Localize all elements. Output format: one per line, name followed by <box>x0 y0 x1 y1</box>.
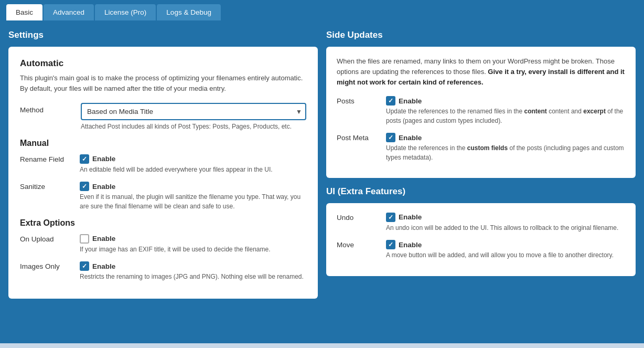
move-check-icon: ✓ <box>388 241 393 248</box>
images-only-check-icon: ✓ <box>82 263 87 269</box>
post-meta-label: Post Meta <box>337 133 379 142</box>
posts-desc: Update the references to the renamed fil… <box>386 107 625 125</box>
post-meta-checkbox-inline: ✓ Enable <box>386 133 625 142</box>
sanitize-check-icon: ✓ <box>82 183 87 189</box>
move-checkbox-inline: ✓ Enable <box>386 240 625 249</box>
side-updates-card: When the files are renamed, many links t… <box>326 47 636 178</box>
posts-check-icon: ✓ <box>388 98 393 104</box>
undo-check-icon: ✓ <box>388 214 393 220</box>
sanitize-label: Sanitize <box>20 182 72 191</box>
side-updates-section: Side Updates When the files are renamed,… <box>326 30 636 178</box>
sanitize-checkbox[interactable]: ✓ <box>80 182 89 191</box>
undo-checkbox[interactable]: ✓ <box>386 213 395 222</box>
main-panel: Settings Automatic This plugin's main go… <box>0 20 644 343</box>
images-only-label: Images Only <box>20 261 72 270</box>
images-only-content: ✓ Enable Restricts the renaming to image… <box>80 261 306 281</box>
method-select[interactable]: Based on Media TitleBased on Post TitleC… <box>81 103 306 120</box>
post-meta-check-icon: ✓ <box>388 134 393 141</box>
tab-basic[interactable]: Basic <box>6 4 42 20</box>
posts-desc-bold2: excerpt <box>583 108 606 115</box>
move-enable-label: Enable <box>399 241 422 249</box>
post-meta-checkbox[interactable]: ✓ <box>386 133 395 142</box>
undo-content: ✓ Enable An undo icon will be added to t… <box>386 213 625 233</box>
undo-row: Undo ✓ Enable An undo icon will be added… <box>337 213 625 233</box>
posts-label: Posts <box>337 96 379 105</box>
post-meta-content: ✓ Enable Update the references in the cu… <box>386 133 625 162</box>
post-meta-desc-bold: custom fields <box>467 144 508 152</box>
side-updates-intro: When the files are renamed, many links t… <box>337 56 625 88</box>
rename-field-check-icon: ✓ <box>82 156 87 162</box>
settings-title: Settings <box>8 30 318 40</box>
move-checkbox[interactable]: ✓ <box>386 240 395 249</box>
post-meta-row: Post Meta ✓ Enable Update the references… <box>337 133 625 162</box>
posts-row: Posts ✓ Enable Update the references to … <box>337 96 625 125</box>
undo-checkbox-inline: ✓ Enable <box>386 213 625 222</box>
sanitize-desc: Even if it is manual, the plugin will sa… <box>80 193 306 211</box>
tab-advanced[interactable]: Advanced <box>44 4 94 20</box>
move-content: ✓ Enable A move button will be added, an… <box>386 240 625 260</box>
ui-extra-section: UI (Extra Features) Undo ✓ Enable An und… <box>326 186 636 276</box>
undo-label: Undo <box>337 213 379 222</box>
method-field-content: Based on Media TitleBased on Post TitleC… <box>81 103 306 131</box>
on-upload-enable-label: Enable <box>92 235 115 242</box>
undo-enable-label: Enable <box>399 213 422 221</box>
tab-license[interactable]: License (Pro) <box>95 4 156 20</box>
images-only-checkbox[interactable]: ✓ <box>80 261 89 271</box>
rename-field-checkbox[interactable]: ✓ <box>80 154 89 164</box>
on-upload-desc: If your image has an EXIF title, it will… <box>80 245 306 254</box>
rename-field-content: ✓ Enable An editable field will be added… <box>80 154 306 174</box>
move-desc: A move button will be added, and will al… <box>386 251 625 260</box>
right-column: Side Updates When the files are renamed,… <box>326 30 636 334</box>
posts-checkbox[interactable]: ✓ <box>386 96 395 106</box>
posts-enable-label: Enable <box>399 97 422 105</box>
tabs-bar: Basic Advanced License (Pro) Logs & Debu… <box>0 0 644 20</box>
sanitize-checkbox-inline: ✓ Enable <box>80 182 306 191</box>
sanitize-row: Sanitize ✓ Enable Even if it is manual, … <box>20 182 306 211</box>
on-upload-checkbox[interactable] <box>80 234 89 244</box>
method-hint: Attached Post includes all kinds of Post… <box>81 122 306 131</box>
post-meta-enable-label: Enable <box>399 134 422 142</box>
on-upload-label: On Upload <box>20 234 72 243</box>
images-only-enable-label: Enable <box>92 262 115 270</box>
on-upload-content: Enable If your image has an EXIF title, … <box>80 234 306 254</box>
tab-logs[interactable]: Logs & Debug <box>157 4 221 20</box>
ui-extra-title: UI (Extra Features) <box>326 186 636 197</box>
images-only-row: Images Only ✓ Enable Restricts the renam… <box>20 261 306 281</box>
left-column: Settings Automatic This plugin's main go… <box>8 30 318 334</box>
on-upload-row: On Upload Enable If your image has an EX… <box>20 234 306 254</box>
manual-heading: Manual <box>20 139 306 148</box>
rename-field-row: Rename Field ✓ Enable An editable field … <box>20 154 306 174</box>
method-select-wrapper: Based on Media TitleBased on Post TitleC… <box>81 103 306 120</box>
posts-content: ✓ Enable Update the references to the re… <box>386 96 625 125</box>
ui-extra-card: Undo ✓ Enable An undo icon will be added… <box>326 203 636 276</box>
side-updates-title: Side Updates <box>326 30 636 40</box>
method-label: Method <box>20 103 72 114</box>
method-row: Method Based on Media TitleBased on Post… <box>20 103 306 131</box>
on-upload-checkbox-inline: Enable <box>80 234 306 244</box>
images-only-desc: Restricts the renaming to images (JPG an… <box>80 272 306 281</box>
settings-card: Automatic This plugin's main goal is to … <box>8 47 318 299</box>
sanitize-enable-label: Enable <box>92 183 115 191</box>
post-meta-desc: Update the references in the custom fiel… <box>386 144 625 162</box>
move-row: Move ✓ Enable A move button will be adde… <box>337 240 625 260</box>
extra-options-heading: Extra Options <box>20 218 306 228</box>
sanitize-content: ✓ Enable Even if it is manual, the plugi… <box>80 182 306 211</box>
images-only-checkbox-inline: ✓ Enable <box>80 261 306 271</box>
rename-field-label: Rename Field <box>20 154 72 163</box>
rename-field-checkbox-inline: ✓ Enable <box>80 154 306 164</box>
automatic-heading: Automatic <box>20 58 306 69</box>
rename-field-desc: An editable field will be added everywhe… <box>80 165 306 174</box>
posts-checkbox-inline: ✓ Enable <box>386 96 625 106</box>
undo-desc: An undo icon will be added to the UI. Th… <box>386 224 625 233</box>
rename-field-enable-label: Enable <box>92 155 115 163</box>
posts-desc-bold1: content <box>524 108 547 115</box>
move-label: Move <box>337 240 379 249</box>
automatic-desc: This plugin's main goal is to make the p… <box>20 73 306 93</box>
